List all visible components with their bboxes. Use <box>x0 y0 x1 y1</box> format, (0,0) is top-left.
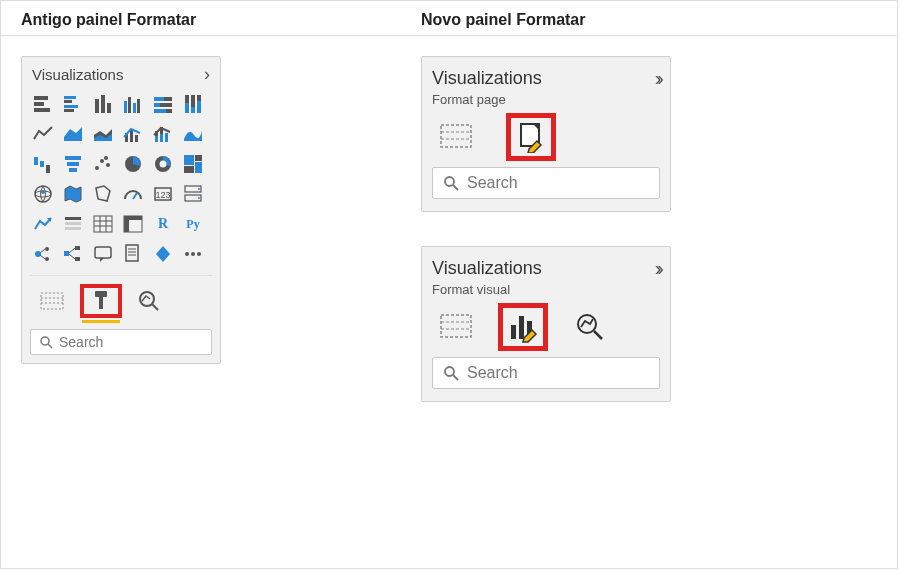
pie-chart-icon[interactable] <box>120 151 146 177</box>
old-search-box[interactable]: Search <box>30 329 212 355</box>
python-visual-icon[interactable]: Py <box>180 211 206 237</box>
key-influencers-icon[interactable] <box>30 241 56 267</box>
stacked-bar-chart-icon[interactable] <box>30 91 56 117</box>
svg-rect-15 <box>164 97 172 101</box>
svg-point-110 <box>445 177 454 186</box>
line-stacked-column-chart-icon[interactable] <box>150 121 176 147</box>
svg-rect-1 <box>34 102 44 106</box>
clustered-column-chart-icon[interactable] <box>120 91 146 117</box>
format-page-tab-icon[interactable] <box>506 113 556 161</box>
build-visual-tab-icon[interactable] <box>436 119 476 155</box>
svg-point-101 <box>140 292 154 306</box>
svg-rect-21 <box>185 95 189 103</box>
svg-rect-66 <box>65 222 81 225</box>
fields-tab-icon[interactable] <box>32 284 74 318</box>
svg-point-49 <box>160 161 167 168</box>
svg-rect-8 <box>101 95 105 113</box>
stacked-column-chart-icon[interactable] <box>90 91 116 117</box>
area-chart-icon[interactable] <box>60 121 86 147</box>
new-search-box-page[interactable]: Search <box>432 167 660 199</box>
double-chevron-right-icon[interactable]: ›› <box>655 257 660 280</box>
svg-rect-4 <box>64 100 72 103</box>
100-stacked-column-chart-icon[interactable] <box>180 91 206 117</box>
decomposition-tree-icon[interactable] <box>60 241 86 267</box>
slicer-icon[interactable] <box>60 211 86 237</box>
powerapps-visual-icon[interactable] <box>150 241 176 267</box>
svg-rect-38 <box>40 161 44 167</box>
waterfall-chart-icon[interactable] <box>30 151 56 177</box>
svg-rect-112 <box>441 315 471 337</box>
filled-map-icon[interactable] <box>60 181 86 207</box>
analytics-tab-icon[interactable] <box>570 309 610 345</box>
svg-rect-52 <box>195 162 202 173</box>
donut-chart-icon[interactable] <box>150 151 176 177</box>
100-stacked-bar-chart-icon[interactable] <box>150 91 176 117</box>
format-tab-icon[interactable] <box>80 284 122 318</box>
format-visual-tab-icon[interactable] <box>498 303 548 351</box>
chevron-right-icon[interactable]: › <box>204 65 210 83</box>
new-panel-column: Visualizations ›› Format page Search <box>401 36 897 563</box>
table-icon[interactable] <box>90 211 116 237</box>
svg-rect-82 <box>75 246 80 250</box>
svg-line-121 <box>453 375 458 380</box>
svg-rect-68 <box>94 216 112 232</box>
new-panel-visual-title: Visualizations <box>432 258 542 279</box>
scatter-chart-icon[interactable] <box>90 151 116 177</box>
old-visualizations-panel: Visualizations › <box>21 56 221 364</box>
custom-visual-ellipsis-icon[interactable] <box>180 241 206 267</box>
multi-row-card-icon[interactable] <box>180 181 206 207</box>
card-icon[interactable]: 123 <box>150 181 176 207</box>
treemap-chart-icon[interactable] <box>180 151 206 177</box>
svg-rect-83 <box>75 257 80 261</box>
new-search-box-visual[interactable]: Search <box>432 357 660 389</box>
heading-old: Antigo painel Formatar <box>1 1 401 35</box>
svg-point-62 <box>198 188 200 190</box>
svg-point-56 <box>41 190 45 194</box>
analytics-tab-icon[interactable] <box>128 284 170 318</box>
svg-point-63 <box>198 197 200 199</box>
ribbon-chart-icon[interactable] <box>180 121 206 147</box>
svg-rect-42 <box>69 168 77 172</box>
svg-rect-100 <box>99 297 103 309</box>
paginated-report-icon[interactable] <box>120 241 146 267</box>
svg-point-76 <box>35 251 41 257</box>
svg-line-104 <box>48 344 52 348</box>
old-visualizations-title: Visualizations <box>32 66 123 83</box>
clustered-bar-chart-icon[interactable] <box>60 91 86 117</box>
double-chevron-right-icon[interactable]: ›› <box>655 67 660 90</box>
funnel-chart-icon[interactable] <box>60 151 86 177</box>
svg-rect-2 <box>34 108 50 112</box>
stacked-area-chart-icon[interactable] <box>90 121 116 147</box>
new-tab-row-visual <box>432 303 660 357</box>
new-visualizations-panel-visual: Visualizations ›› Format visual <box>421 246 671 402</box>
viz-gallery: 123 R Py <box>28 91 214 267</box>
svg-rect-23 <box>191 95 195 107</box>
svg-rect-36 <box>165 133 168 142</box>
line-clustered-column-chart-icon[interactable] <box>120 121 146 147</box>
qa-visual-icon[interactable] <box>90 241 116 267</box>
heading-row: Antigo painel Formatar Novo painel Forma… <box>1 1 897 36</box>
svg-rect-75 <box>124 216 129 232</box>
new-panel-page-subtitle: Format page <box>432 92 660 107</box>
svg-rect-11 <box>128 97 131 113</box>
svg-marker-26 <box>64 127 82 141</box>
gauge-icon[interactable] <box>120 181 146 207</box>
r-visual-icon[interactable]: R <box>150 211 176 237</box>
svg-line-119 <box>594 331 602 339</box>
build-visual-tab-icon[interactable] <box>436 309 476 345</box>
svg-rect-31 <box>135 135 138 142</box>
kpi-icon[interactable] <box>30 211 56 237</box>
svg-rect-6 <box>64 109 74 112</box>
svg-line-80 <box>40 255 45 259</box>
svg-rect-53 <box>184 166 194 173</box>
shape-map-icon[interactable] <box>90 181 116 207</box>
map-icon[interactable] <box>30 181 56 207</box>
svg-point-78 <box>45 257 49 261</box>
matrix-icon[interactable] <box>120 211 146 237</box>
line-chart-icon[interactable] <box>30 121 56 147</box>
svg-line-111 <box>453 185 458 190</box>
svg-rect-41 <box>67 162 79 166</box>
svg-point-118 <box>578 315 596 333</box>
svg-rect-86 <box>95 247 111 258</box>
new-search-page-placeholder: Search <box>467 174 518 192</box>
